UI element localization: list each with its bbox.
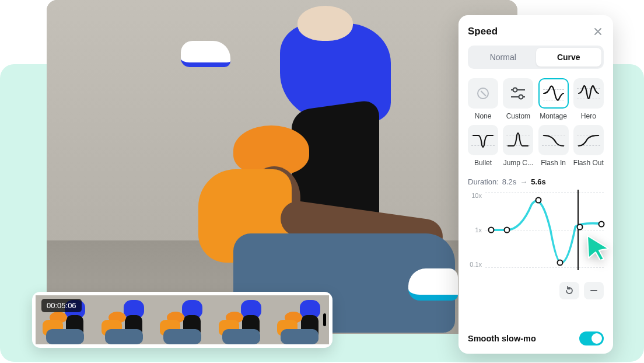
curve-point[interactable] (598, 221, 604, 227)
curve-none[interactable]: None (468, 78, 498, 120)
y-label-top: 10x (468, 192, 482, 199)
curve-flashin[interactable]: Flash In (538, 125, 569, 167)
hero-curve-icon (577, 82, 600, 105)
curve-preset-grid: None Custom Montage Hero (468, 78, 604, 167)
duration-from: 8.2s (502, 177, 517, 186)
panel-title: Speed (468, 26, 498, 37)
svg-point-3 (519, 95, 523, 99)
clip-handle-right[interactable] (323, 313, 326, 326)
timecode-badge: 00:05:06 (41, 299, 82, 312)
curve-point[interactable] (488, 227, 495, 233)
duration-to: 5.6s (531, 177, 545, 186)
duration-row: Duration: 8.2s → 5.6s (468, 177, 604, 186)
tab-normal[interactable]: Normal (470, 48, 536, 67)
curve-montage[interactable]: Montage (538, 78, 569, 120)
preview-image (47, 0, 517, 334)
curve-label: Jump C... (503, 159, 533, 167)
speed-panel: Speed Normal Curve None Custom (459, 15, 613, 354)
timeline-frame[interactable] (153, 295, 212, 344)
svg-point-1 (513, 88, 517, 92)
timeline-frame[interactable] (212, 295, 271, 344)
speed-mode-tabs: Normal Curve (468, 46, 604, 69)
minus-icon (589, 286, 598, 295)
curve-hero[interactable]: Hero (573, 78, 604, 120)
curve-label: Bullet (474, 159, 492, 167)
curve-point[interactable] (536, 197, 542, 204)
sliders-icon (506, 82, 530, 105)
curve-bullet[interactable]: Bullet (468, 125, 498, 167)
y-label-mid: 1x (468, 226, 482, 233)
reset-icon (565, 286, 574, 295)
curve-custom[interactable]: Custom (503, 78, 533, 120)
timeline-frame[interactable] (94, 295, 153, 344)
curve-label: Custom (506, 112, 530, 120)
jumpcut-curve-icon (506, 128, 530, 152)
curve-point[interactable] (577, 224, 583, 230)
y-label-bot: 0.1x (468, 261, 482, 268)
bullet-curve-icon (471, 128, 495, 152)
curve-label: None (475, 112, 492, 120)
montage-curve-icon (542, 82, 565, 105)
speed-graph[interactable]: 10x 1x 0.1x (468, 192, 604, 278)
timeline-frame[interactable] (270, 295, 329, 344)
tab-curve[interactable]: Curve (536, 48, 602, 67)
reset-curve-button[interactable] (559, 282, 579, 299)
timeline-strip[interactable]: 00:05:06 (32, 292, 332, 348)
curve-label: Montage (540, 112, 567, 120)
curve-point[interactable] (503, 227, 510, 233)
none-icon (477, 88, 489, 99)
flashin-curve-icon (542, 128, 565, 152)
curve-jumpcut[interactable]: Jump C... (503, 125, 533, 167)
duration-label: Duration: (468, 177, 499, 186)
curve-label: Hero (581, 112, 596, 120)
smooth-slowmo-toggle[interactable] (579, 331, 604, 345)
close-button[interactable] (592, 26, 604, 37)
flashout-curve-icon (577, 128, 600, 152)
close-icon (593, 27, 603, 36)
curve-flashout[interactable]: Flash Out (573, 125, 604, 167)
remove-point-button[interactable] (584, 282, 604, 299)
cursor-icon (585, 235, 611, 260)
arrow-right-icon: → (520, 177, 527, 186)
curve-point[interactable] (556, 259, 563, 266)
curve-label: Flash In (541, 159, 566, 167)
smooth-slowmo-label: Smooth slow-mo (468, 334, 536, 343)
curve-label: Flash Out (573, 159, 604, 167)
